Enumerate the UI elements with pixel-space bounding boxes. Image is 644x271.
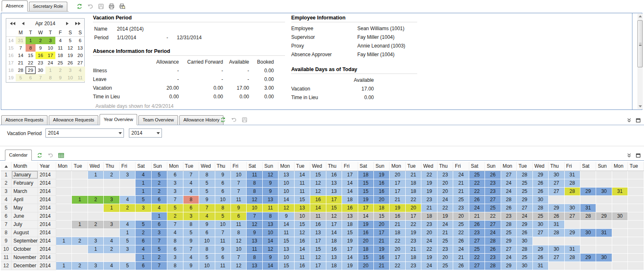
day-cell[interactable]: 4 <box>183 179 199 187</box>
day-cell[interactable]: 8 <box>167 261 183 270</box>
day-cell[interactable]: 24 <box>485 228 501 237</box>
day-cell[interactable]: 19 <box>374 245 390 253</box>
year-cell[interactable]: 2014 <box>38 261 56 270</box>
day-cell[interactable]: 4 <box>183 253 199 261</box>
day-cell[interactable]: 6 <box>215 179 231 187</box>
day-cell[interactable]: 13 <box>326 179 342 187</box>
day-cell[interactable]: 10 <box>215 195 231 204</box>
day-cell[interactable]: 31 <box>564 171 580 179</box>
next-month-icon[interactable] <box>64 21 70 26</box>
day-cell[interactable]: 5 <box>135 220 151 228</box>
column-header-day[interactable]: Tue <box>628 162 644 171</box>
day-cell[interactable]: 22 <box>421 171 437 179</box>
mini-day-cell[interactable]: 3 <box>45 37 55 45</box>
day-cell[interactable]: 18 <box>374 204 390 212</box>
day-cell[interactable]: 27 <box>532 228 549 237</box>
column-header-day[interactable]: Sun <box>262 162 278 171</box>
day-cell[interactable]: 30 <box>517 237 532 245</box>
day-cell[interactable]: 28 <box>501 195 516 204</box>
day-cell[interactable]: 17 <box>342 171 358 179</box>
day-cell[interactable]: 12 <box>247 220 262 228</box>
month-cell[interactable]: October <box>12 245 38 253</box>
column-header-day[interactable]: Mon <box>167 162 183 171</box>
day-cell[interactable]: 12 <box>262 171 278 179</box>
day-cell[interactable]: 1 <box>135 253 151 261</box>
day-cell[interactable]: 19 <box>358 220 373 228</box>
day-cell[interactable]: 8 <box>262 212 278 220</box>
mini-day-cell[interactable]: 27 <box>75 59 85 67</box>
day-cell[interactable]: 1 <box>56 237 71 245</box>
day-cell[interactable]: 8 <box>167 237 183 245</box>
column-header-day[interactable]: Fri <box>231 162 247 171</box>
day-cell[interactable]: 15 <box>358 179 373 187</box>
mini-day-cell[interactable]: 28 <box>16 67 26 74</box>
day-cell[interactable]: 4 <box>119 220 135 228</box>
day-cell[interactable]: 28 <box>485 237 501 245</box>
day-cell[interactable]: 11 <box>247 245 262 253</box>
day-cell[interactable]: 9 <box>247 228 262 237</box>
column-header-day[interactable]: Sun <box>374 162 390 171</box>
year-cell[interactable]: 2014 <box>38 220 56 228</box>
day-cell[interactable]: 7 <box>231 179 247 187</box>
day-cell[interactable]: 21 <box>405 171 421 179</box>
year-cell[interactable]: 2014 <box>38 253 56 261</box>
day-cell[interactable]: 1 <box>104 204 119 212</box>
day-cell[interactable]: 30 <box>612 212 627 220</box>
tab-absence[interactable]: Absence <box>2 0 28 12</box>
day-cell[interactable]: 21 <box>453 179 469 187</box>
day-cell[interactable]: 8 <box>247 179 262 187</box>
day-cell[interactable]: 27 <box>517 204 532 212</box>
day-cell[interactable]: 3 <box>119 245 135 253</box>
day-cell[interactable]: 1 <box>135 187 151 195</box>
day-cell[interactable]: 13 <box>247 261 262 270</box>
day-cell[interactable]: 9 <box>262 187 278 195</box>
day-cell[interactable]: 9 <box>262 253 278 261</box>
day-cell[interactable]: 21 <box>437 228 453 237</box>
day-cell[interactable]: 3 <box>151 228 167 237</box>
day-cell[interactable]: 5 <box>183 228 199 237</box>
day-cell[interactable]: 1 <box>56 261 71 270</box>
mini-day-cell[interactable]: 8 <box>26 44 36 52</box>
day-cell[interactable]: 30 <box>549 171 564 179</box>
day-cell[interactable]: 17 <box>342 245 358 253</box>
day-cell[interactable]: 13 <box>247 237 262 245</box>
mini-day-cell[interactable]: 10 <box>65 74 75 81</box>
day-cell[interactable]: 15 <box>358 187 373 195</box>
day-cell[interactable]: 13 <box>262 195 278 204</box>
day-cell[interactable]: 14 <box>294 245 310 253</box>
day-cell[interactable]: 23 <box>437 245 453 253</box>
day-cell[interactable]: 14 <box>278 220 294 228</box>
mini-day-cell[interactable]: 24 <box>45 59 55 67</box>
mini-day-cell[interactable]: 5 <box>16 74 26 81</box>
day-cell[interactable]: 19 <box>421 187 437 195</box>
day-cell[interactable]: 26 <box>453 261 469 270</box>
day-cell[interactable]: 10 <box>247 204 262 212</box>
day-cell[interactable]: 8 <box>247 187 262 195</box>
day-cell[interactable]: 25 <box>437 261 453 270</box>
day-cell[interactable]: 18 <box>358 171 373 179</box>
day-cell[interactable]: 24 <box>453 245 469 253</box>
day-cell[interactable]: 3 <box>135 204 151 212</box>
mini-day-cell[interactable]: 6 <box>75 37 85 45</box>
year-cell[interactable]: 2014 <box>38 179 56 187</box>
day-cell[interactable]: 14 <box>342 253 358 261</box>
day-cell[interactable]: 2 <box>72 237 88 245</box>
day-cell[interactable]: 28 <box>501 220 516 228</box>
mini-day-cell[interactable]: 26 <box>65 59 75 67</box>
day-cell[interactable]: 27 <box>549 187 564 195</box>
day-cell[interactable]: 5 <box>119 237 135 245</box>
column-header-day[interactable]: Sat <box>358 162 373 171</box>
day-cell[interactable]: 12 <box>310 253 326 261</box>
day-cell[interactable]: 7 <box>183 245 199 253</box>
column-header-day[interactable]: Wed <box>421 162 437 171</box>
day-cell[interactable]: 20 <box>421 228 437 237</box>
year-cell[interactable]: 2014 <box>38 245 56 253</box>
day-cell[interactable]: 15 <box>358 253 373 261</box>
day-cell[interactable]: 15 <box>310 171 326 179</box>
month-cell[interactable]: September <box>12 237 38 245</box>
day-cell[interactable]: 11 <box>215 261 231 270</box>
tab-calendar[interactable]: Calendar <box>5 150 32 161</box>
day-cell[interactable]: 29 <box>501 237 516 245</box>
day-cell[interactable]: 10 <box>215 220 231 228</box>
day-cell[interactable]: 26 <box>485 245 501 253</box>
